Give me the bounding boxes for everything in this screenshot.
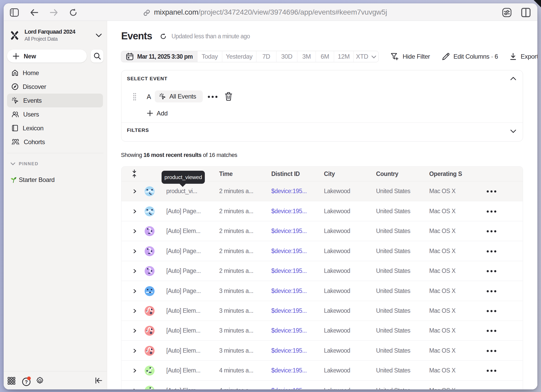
svg-text:?: ? — [25, 379, 28, 385]
